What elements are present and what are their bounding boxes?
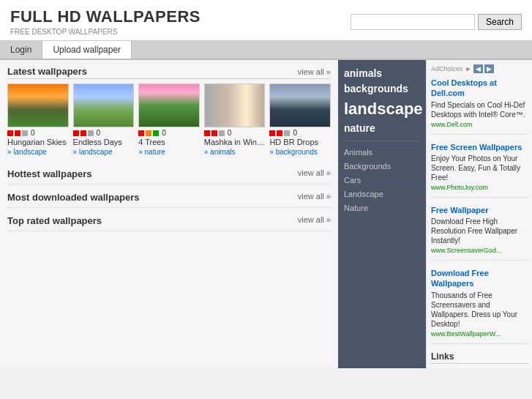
wallpaper-tag[interactable]: » backgrounds — [269, 148, 318, 156]
category-animals[interactable]: animals — [344, 66, 420, 81]
latest-title: Latest wallpapers — [7, 66, 87, 77]
site-title: FULL HD WALLPAPERS — [10, 7, 201, 26]
category-nature[interactable]: nature — [344, 121, 420, 136]
most-downloaded-header: Most downloaded wallpapers view all » — [7, 192, 331, 203]
wallpaper-tag[interactable]: » landscape — [73, 148, 113, 156]
ad-url: www.Dell.com — [431, 121, 528, 128]
search-button[interactable]: Search — [478, 14, 522, 30]
wallpaper-grid: 0 Hungarian Skies » landscape 0 Endless … — [7, 83, 331, 157]
ad-link[interactable]: Free Wallpaper — [431, 206, 488, 215]
star-icon — [204, 130, 210, 136]
hottest-section: Hottest wallpapers view all » — [7, 164, 331, 184]
ad-item: Free Wallpaper Download Free High Resolu… — [431, 205, 528, 261]
links-section-header: Links — [431, 351, 528, 364]
wallpaper-name: HD BR Drops — [269, 138, 331, 146]
ad-item: Free Screen Wallpapers Enjoy Your Photos… — [431, 142, 528, 198]
star-icon — [138, 130, 144, 136]
star-icon — [80, 130, 86, 136]
star-count: 0 — [97, 129, 101, 137]
star-count: 0 — [293, 129, 297, 137]
top-rated-view-all[interactable]: view all » — [298, 215, 331, 226]
left-column: Latest wallpapers view all » 0 Hungarian… — [0, 60, 338, 368]
wallpaper-item: 0 Mashka in Winter » animals — [204, 83, 266, 157]
ad-choices-label: AdChoices — [431, 65, 463, 72]
top-rated-title: Top rated wallpapers — [7, 215, 102, 226]
ad-choices-icon: ► — [465, 65, 472, 72]
ad-description: Download Free High Resolution Free Wallp… — [431, 217, 528, 245]
star-count: 0 — [228, 129, 232, 137]
category-link-nature[interactable]: Nature — [344, 201, 420, 215]
ads-column: AdChoices ► ◀ ▶ Cool Desktops at Dell.co… — [426, 60, 532, 368]
ad-description: Enjoy Your Photos on Your Screen. Easy, … — [431, 154, 528, 182]
ad-url: www.ScreensaverGod... — [431, 247, 528, 254]
wallpaper-item: 0 Hungarian Skies » landscape — [7, 83, 69, 157]
category-landscape[interactable]: landscape — [344, 97, 420, 121]
ad-link[interactable]: Free Screen Wallpapers — [431, 143, 522, 152]
star-icon — [7, 130, 13, 136]
rating-stars: 0 — [7, 129, 69, 137]
rating-stars: 0 — [73, 129, 135, 137]
brand: FULL HD WALLPAPERS FREE DESKTOP WALLPAPE… — [10, 7, 201, 36]
most-downloaded-section: Most downloaded wallpapers view all » — [7, 187, 331, 208]
main-content: Latest wallpapers view all » 0 Hungarian… — [0, 60, 532, 368]
ad-nav: ◀ ▶ — [473, 64, 494, 73]
ad-next-button[interactable]: ▶ — [484, 64, 494, 73]
star-icon — [211, 130, 217, 136]
category-link-backgrounds[interactable]: Backgrounds — [344, 160, 420, 174]
wallpaper-thumb[interactable] — [73, 83, 135, 127]
wallpaper-name: Hungarian Skies — [7, 138, 69, 146]
wallpaper-name: 4 Trees — [138, 138, 200, 146]
category-backgrounds[interactable]: backgrounds — [344, 81, 420, 97]
hottest-title: Hottest wallpapers — [7, 168, 92, 179]
ad-choices-bar: AdChoices ► ◀ ▶ — [431, 64, 528, 73]
wallpaper-tag[interactable]: » animals — [204, 148, 236, 156]
most-downloaded-view-all[interactable]: view all » — [298, 192, 331, 203]
star-icon — [88, 130, 94, 136]
latest-section-header: Latest wallpapers view all » — [7, 66, 331, 79]
star-icon — [153, 130, 159, 136]
wallpaper-tag[interactable]: » nature — [138, 148, 165, 156]
ad-description: Find Specials on Cool Hi-Def Desktops wi… — [431, 100, 528, 119]
star-count: 0 — [31, 129, 35, 137]
site-subtitle: FREE DESKTOP WALLPAPERS — [10, 28, 201, 36]
ad-prev-button[interactable]: ◀ — [473, 64, 483, 73]
star-count: 0 — [162, 129, 166, 137]
login-button[interactable]: Login — [0, 41, 42, 59]
category-divider — [344, 141, 420, 141]
ad-link[interactable]: Cool Desktops at Dell.com — [431, 78, 497, 97]
wallpaper-item: 0 HD BR Drops » backgrounds — [269, 83, 331, 157]
ad-link[interactable]: Download Free Wallpapers — [431, 269, 489, 288]
header: FULL HD WALLPAPERS FREE DESKTOP WALLPAPE… — [0, 0, 532, 41]
top-rated-header: Top rated wallpapers view all » — [7, 215, 331, 226]
category-column: animals backgrounds landscape nature Ani… — [338, 60, 426, 368]
ad-url: www.PhotoJoy.com — [431, 184, 528, 191]
hottest-section-header: Hottest wallpapers view all » — [7, 168, 331, 179]
latest-view-all[interactable]: view all » — [298, 67, 331, 76]
star-icon — [284, 130, 290, 136]
wallpaper-thumb[interactable] — [7, 83, 69, 127]
wallpaper-thumb[interactable] — [204, 83, 266, 127]
wallpaper-item: 0 4 Trees » nature — [138, 83, 200, 157]
search-bar: Search — [351, 14, 522, 30]
category-link-cars[interactable]: Cars — [344, 174, 420, 187]
ad-item: Cool Desktops at Dell.com Find Specials … — [431, 78, 528, 135]
star-icon — [269, 130, 275, 136]
rating-stars: 0 — [204, 129, 266, 137]
wallpaper-tag[interactable]: » landscape — [7, 148, 47, 156]
wallpaper-name: Endless Days — [73, 138, 135, 146]
wallpaper-thumb[interactable] — [269, 83, 331, 127]
hottest-view-all[interactable]: view all » — [298, 168, 331, 179]
top-rated-section: Top rated wallpapers view all » — [7, 211, 331, 231]
star-icon — [219, 130, 225, 136]
search-input[interactable] — [351, 14, 475, 30]
star-icon — [22, 130, 28, 136]
star-icon — [277, 130, 282, 136]
nav-bar: Login Upload wallpaper — [0, 41, 532, 60]
upload-wallpaper-button[interactable]: Upload wallpaper — [42, 41, 132, 59]
category-link-landscape[interactable]: Landscape — [344, 187, 420, 201]
rating-stars: 0 — [269, 129, 331, 137]
wallpaper-thumb[interactable] — [138, 83, 200, 127]
ad-item: Download Free Wallpapers Thousands of Fr… — [431, 268, 528, 344]
star-icon — [146, 130, 151, 136]
category-link-animals[interactable]: Animals — [344, 146, 420, 160]
